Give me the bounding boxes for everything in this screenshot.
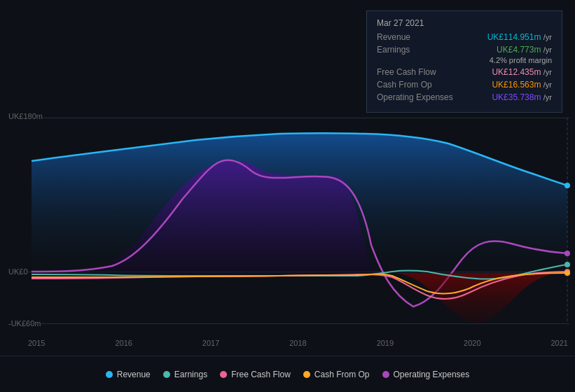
tooltip-date: Mar 27 2021 bbox=[377, 18, 552, 28]
tooltip-value-fcf: UK£12.435m /yr bbox=[492, 67, 552, 77]
dot-opex bbox=[564, 251, 570, 256]
tooltip-value-revenue: UK£114.951m /yr bbox=[487, 32, 552, 42]
dot-revenue bbox=[564, 183, 570, 188]
legend-label-cfo: Cash From Op bbox=[314, 370, 370, 379]
legend-item-earnings[interactable]: Earnings bbox=[163, 370, 207, 379]
tooltip-label-opex: Operating Expenses bbox=[377, 92, 454, 102]
legend-dot-earnings bbox=[163, 371, 170, 378]
tooltip-value-opex: UK£35.738m /yr bbox=[492, 92, 552, 102]
dot-cfo bbox=[564, 270, 570, 276]
legend-label-earnings: Earnings bbox=[174, 370, 207, 379]
legend-label-revenue: Revenue bbox=[117, 370, 151, 379]
tooltip-label-earnings: Earnings bbox=[377, 45, 454, 55]
chart-legend: Revenue Earnings Free Cash Flow Cash Fro… bbox=[0, 356, 575, 392]
x-label-2020: 2020 bbox=[464, 339, 480, 347]
tooltip-label-revenue: Revenue bbox=[377, 32, 454, 42]
x-axis-labels: 2015 2016 2017 2018 2019 2020 2021 bbox=[28, 339, 568, 347]
tooltip-value-earnings: UK£4.773m /yr 4.2% profit margin bbox=[490, 45, 552, 64]
dot-earnings bbox=[564, 262, 570, 267]
legend-dot-fcf bbox=[220, 371, 227, 378]
tooltip-label-fcf: Free Cash Flow bbox=[377, 67, 454, 77]
legend-dot-cfo bbox=[303, 371, 310, 378]
x-label-2018: 2018 bbox=[289, 339, 306, 347]
legend-dot-opex bbox=[382, 371, 389, 378]
legend-item-fcf[interactable]: Free Cash Flow bbox=[220, 370, 291, 379]
data-tooltip: Mar 27 2021 Revenue UK£114.951m /yr Earn… bbox=[366, 10, 562, 113]
tooltip-label-cfo: Cash From Op bbox=[377, 80, 454, 90]
x-label-2015: 2015 bbox=[28, 339, 45, 347]
tooltip-row-earnings: Earnings UK£4.773m /yr 4.2% profit margi… bbox=[377, 45, 552, 64]
tooltip-row-cfo: Cash From Op UK£16.563m /yr bbox=[377, 80, 552, 90]
legend-dot-revenue bbox=[106, 371, 113, 378]
tooltip-row-fcf: Free Cash Flow UK£12.435m /yr bbox=[377, 67, 552, 77]
x-label-2017: 2017 bbox=[202, 339, 219, 347]
legend-label-fcf: Free Cash Flow bbox=[231, 370, 291, 379]
x-label-2016: 2016 bbox=[115, 339, 132, 347]
legend-item-opex[interactable]: Operating Expenses bbox=[382, 370, 470, 379]
profit-margin: 4.2% profit margin bbox=[490, 56, 552, 64]
legend-label-opex: Operating Expenses bbox=[394, 370, 470, 379]
legend-item-cfo[interactable]: Cash From Op bbox=[303, 370, 370, 379]
legend-item-revenue[interactable]: Revenue bbox=[106, 370, 151, 379]
tooltip-row-revenue: Revenue UK£114.951m /yr bbox=[377, 32, 552, 42]
tooltip-value-cfo: UK£16.563m /yr bbox=[492, 80, 552, 90]
tooltip-row-opex: Operating Expenses UK£35.738m /yr bbox=[377, 92, 552, 102]
x-label-2021: 2021 bbox=[550, 339, 567, 347]
x-label-2019: 2019 bbox=[377, 339, 394, 347]
